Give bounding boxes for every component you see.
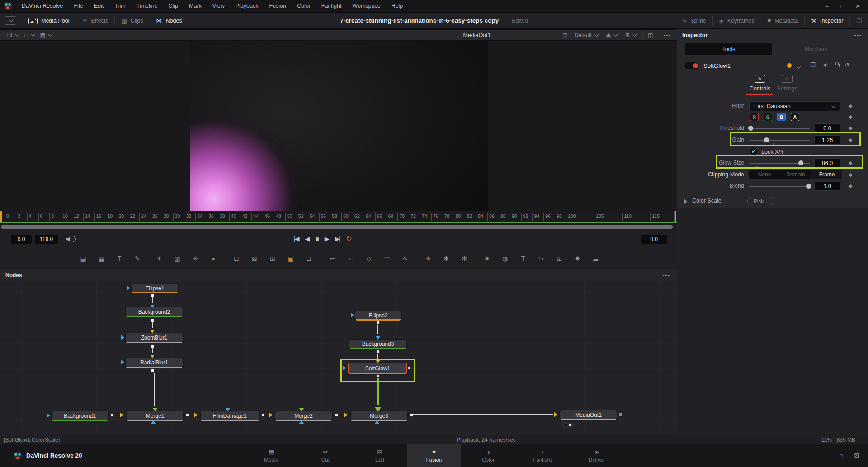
tool-icon-5-2[interactable]: ✱: [442, 255, 450, 262]
node-background3[interactable]: Background3: [349, 339, 407, 349]
expander-triangle-icon[interactable]: [684, 199, 687, 204]
audio-icon[interactable]: [66, 236, 72, 242]
tool-icon-2-1[interactable]: ✶: [155, 255, 163, 262]
channels-dropdown[interactable]: ◉: [604, 32, 618, 38]
grid-dropdown[interactable]: ⊞: [623, 32, 637, 38]
node-output-square[interactable]: [619, 413, 623, 416]
lock-xy-checkbox[interactable]: ✓: [750, 148, 757, 155]
range-duration-field[interactable]: 119.0: [35, 235, 58, 244]
tool-icon-5-1[interactable]: ✳: [424, 255, 432, 262]
viewer-option-dropdown-1[interactable]: □: [23, 32, 35, 38]
tab-modifiers[interactable]: Modifiers: [773, 43, 859, 55]
node-output-square[interactable]: [410, 413, 413, 417]
node-merge3[interactable]: Merge3: [350, 411, 408, 420]
menu-item-davinci-resolve[interactable]: DaVinci Resolve: [16, 0, 68, 12]
tool-icon-3-4[interactable]: ▣: [287, 255, 295, 262]
play-reverse-button[interactable]: ◀: [305, 235, 309, 242]
node-merge2[interactable]: Merge2: [275, 411, 332, 420]
tool-icon-4-5[interactable]: ∿: [401, 255, 409, 262]
tool-icon-4-1[interactable]: ▭: [329, 255, 337, 262]
menu-item-color[interactable]: Color: [292, 0, 316, 12]
panel-toggle-button[interactable]: ❑: [850, 13, 868, 28]
page-tab-fusion[interactable]: ✶Fusion: [407, 444, 461, 467]
tool-icon-6-2[interactable]: ◍: [501, 255, 509, 262]
node-background2[interactable]: Background2: [125, 307, 183, 316]
keyframe-diamond-icon[interactable]: ◆: [849, 172, 852, 178]
tool-icon-1-4[interactable]: ✎: [133, 255, 142, 262]
tool-icon-1-2[interactable]: ▦: [97, 255, 105, 262]
pin-icon[interactable]: ➤: [823, 61, 828, 68]
media-pool-button[interactable]: Media Pool: [22, 13, 76, 28]
tool-icon-4-3[interactable]: ◇: [365, 255, 373, 262]
node-ellipse1[interactable]: Ellipse1: [131, 284, 179, 292]
inspector-button[interactable]: ⚒ Inspector: [805, 13, 849, 28]
tool-icon-3-3[interactable]: ⊞: [269, 255, 277, 262]
tool-icon-6-6[interactable]: ✸: [573, 255, 581, 262]
viewer-option-dropdown-2[interactable]: ▦: [38, 32, 53, 38]
lock-icon[interactable]: [835, 64, 840, 67]
node-merge1[interactable]: Merge1: [127, 411, 184, 420]
node-output-square[interactable]: [151, 344, 154, 348]
node-graph-canvas[interactable]: Ellipse1Background2ZoomBlur1RadialBlur1B…: [0, 281, 677, 435]
node-output-square[interactable]: [151, 293, 154, 297]
tool-icon-1-3[interactable]: T: [115, 255, 123, 262]
clipping-none-button[interactable]: None: [749, 170, 780, 179]
timeline-ruler[interactable]: 0246810121416182022242628303234363840424…: [0, 211, 677, 223]
nodes-button[interactable]: ⋈ Nodes: [150, 13, 189, 28]
node-output-square[interactable]: [261, 413, 265, 417]
viewer-canvas[interactable]: [190, 41, 488, 211]
tool-icon-5-3[interactable]: ✻: [460, 255, 468, 262]
tool-icon-2-3[interactable]: ☀: [191, 255, 199, 262]
node-output-square[interactable]: [376, 321, 380, 325]
nodes-options-menu[interactable]: •••: [662, 273, 670, 278]
menu-item-fusion[interactable]: Fusion: [264, 0, 292, 12]
tool-icon-2-4[interactable]: ●: [209, 255, 217, 262]
keyframe-diamond-icon[interactable]: ◆: [849, 114, 852, 120]
keyframe-diamond-icon[interactable]: ◆: [849, 125, 852, 131]
menu-item-trim[interactable]: Trim: [109, 0, 131, 12]
node-output-square[interactable]: [151, 369, 154, 373]
menu-item-edit[interactable]: Edit: [89, 0, 109, 12]
minimize-button[interactable]: –: [821, 3, 833, 9]
tool-icon-2-2[interactable]: ▨: [173, 255, 181, 262]
channel-b-button[interactable]: B: [777, 113, 786, 121]
viewer-options-menu[interactable]: •••: [663, 33, 671, 38]
node-mediaout1[interactable]: MediaOut1: [560, 410, 617, 420]
channel-r-button[interactable]: R: [750, 113, 759, 121]
workspace-overlay-button[interactable]: [5, 16, 16, 25]
tool-icon-1-1[interactable]: ▤: [79, 255, 87, 262]
keyframes-button[interactable]: ◈ Keyframes: [713, 13, 761, 28]
node-background1[interactable]: Background1: [51, 411, 108, 420]
menu-item-workspace[interactable]: Workspace: [347, 0, 386, 12]
blend-value[interactable]: 1.0: [814, 181, 840, 191]
node-output-square[interactable]: [335, 413, 339, 417]
current-frame-field[interactable]: 0.0: [641, 235, 667, 244]
home-icon[interactable]: ⌂: [839, 452, 844, 460]
channel-a-button[interactable]: A: [791, 113, 799, 121]
tool-icon-6-3[interactable]: T: [519, 255, 527, 262]
menu-item-help[interactable]: Help: [386, 0, 409, 12]
zoom-fit-dropdown[interactable]: Fit: [5, 32, 20, 38]
tool-icon-3-5[interactable]: ⊡: [305, 255, 313, 262]
clips-button[interactable]: ▥ Clips: [115, 13, 149, 28]
page-tab-deliver[interactable]: ➤Deliver: [570, 444, 624, 467]
viewer-panel[interactable]: [0, 41, 677, 211]
menu-item-file[interactable]: File: [68, 0, 88, 12]
keyframe-diamond-icon[interactable]: ◆: [849, 103, 852, 109]
keyframe-dot-icon[interactable]: [787, 63, 792, 68]
page-tab-fairlight[interactable]: ♪Fairlight: [515, 444, 570, 467]
subtab-settings[interactable]: ⚙ Settings: [771, 75, 803, 92]
node-ellipse2[interactable]: Ellipse2: [355, 311, 401, 320]
menu-item-timeline[interactable]: Timeline: [131, 0, 163, 12]
node-radialblur1[interactable]: RadialBlur1: [125, 358, 183, 367]
menu-item-clip[interactable]: Clip: [163, 0, 184, 12]
page-tab-cut[interactable]: ✂Cut: [298, 444, 353, 467]
tab-tools[interactable]: Tools: [685, 43, 772, 55]
play-button[interactable]: ▶: [325, 235, 329, 242]
lut-dropdown[interactable]: Default: [573, 32, 599, 38]
tool-icon-4-4[interactable]: ◠: [383, 255, 391, 262]
node-output-square[interactable]: [376, 350, 380, 354]
metadata-button[interactable]: ≡ Metadata: [761, 13, 805, 28]
blend-slider[interactable]: [749, 186, 810, 187]
tool-icon-4-2[interactable]: ○: [347, 255, 355, 262]
